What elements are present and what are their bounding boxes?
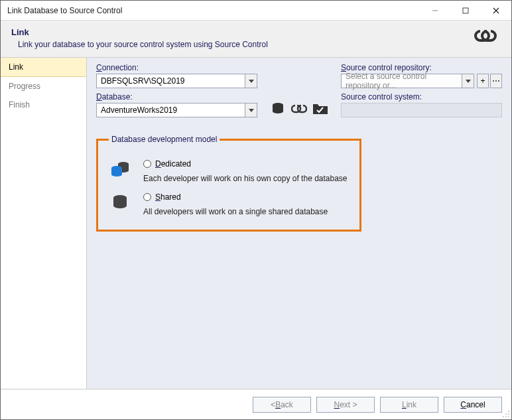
repository-dropdown-button[interactable] <box>462 74 474 88</box>
resize-grip-icon[interactable] <box>502 410 510 418</box>
maximize-button[interactable] <box>450 1 481 21</box>
system-label: Source control system: <box>341 92 502 102</box>
dedicated-db-icon <box>109 159 131 179</box>
header-text-block: Link Link your database to your source c… <box>11 27 474 49</box>
database-label: Database: <box>96 92 257 102</box>
repository-placeholder[interactable]: Select a source control repository or... <box>341 74 462 88</box>
connection-dropdown-button[interactable] <box>245 74 257 88</box>
shared-radio[interactable] <box>143 193 151 201</box>
link-indicator-icons <box>269 100 329 117</box>
link-button[interactable]: Link <box>380 397 438 413</box>
shared-desc: All developers will work on a single sha… <box>143 207 349 216</box>
connection-column: Connection: DBFSQLSRV\SQL2019 Database: … <box>96 63 257 121</box>
shared-db-icon <box>109 192 131 212</box>
database-icon <box>269 100 287 117</box>
shared-title: Shared <box>143 192 349 202</box>
dedicated-title: Dedicated <box>143 159 349 169</box>
repository-label: Source control repository: <box>341 63 502 72</box>
sidebar-item-link[interactable]: Link <box>1 58 86 77</box>
next-button[interactable]: Next > <box>316 397 375 413</box>
svg-point-13 <box>503 416 504 417</box>
body: Link Progress Finish Connection: DBFSQLS… <box>1 58 511 389</box>
repository-column: Source control repository: Select a sour… <box>341 63 502 121</box>
svg-point-8 <box>508 411 509 412</box>
connection-label: Connection: <box>96 63 257 72</box>
dedicated-desc: Each developer will work on his own copy… <box>143 174 349 183</box>
shared-body: Shared All developers will work on a sin… <box>143 192 349 216</box>
close-button[interactable] <box>481 1 511 21</box>
top-columns: Connection: DBFSQLSRV\SQL2019 Database: … <box>96 63 502 121</box>
link-icon <box>474 29 501 48</box>
repository-more-button[interactable]: ⋯ <box>490 74 502 88</box>
dedicated-body: Dedicated Each developer will work on hi… <box>143 159 349 183</box>
svg-point-12 <box>505 416 507 417</box>
svg-point-10 <box>508 416 509 417</box>
sidebar-item-progress[interactable]: Progress <box>1 77 86 96</box>
header-description: Link your database to your source contro… <box>11 40 474 49</box>
database-dropdown-button[interactable] <box>245 103 257 117</box>
titlebar: Link Database to Source Control <box>1 1 511 21</box>
shared-label: Shared <box>155 192 181 202</box>
sidebar: Link Progress Finish <box>1 58 87 389</box>
model-option-shared[interactable]: Shared All developers will work on a sin… <box>109 192 349 216</box>
dialog-window: Link Database to Source Control Link Lin… <box>0 0 512 420</box>
source-control-system-field <box>341 103 502 117</box>
folder-check-icon <box>312 100 329 117</box>
window-title: Link Database to Source Control <box>7 6 420 15</box>
development-model-legend: Database development model <box>109 135 220 144</box>
minimize-button[interactable] <box>420 1 450 21</box>
dedicated-label: Dedicated <box>155 159 191 169</box>
link-chain-icon <box>290 100 308 117</box>
sidebar-item-finish[interactable]: Finish <box>1 96 86 114</box>
connection-combo[interactable]: DBFSQLSRV\SQL2019 <box>96 74 257 88</box>
repository-combo[interactable]: Select a source control repository or...… <box>341 74 502 88</box>
footer: < Back Next > Link Cancel <box>1 389 511 419</box>
svg-point-9 <box>508 413 509 415</box>
repository-extra-buttons: + ⋯ <box>477 74 502 88</box>
svg-point-11 <box>505 413 507 415</box>
svg-rect-1 <box>463 8 468 13</box>
model-option-dedicated[interactable]: Dedicated Each developer will work on hi… <box>109 159 349 183</box>
header-title: Link <box>11 27 474 37</box>
repository-add-button[interactable]: + <box>477 74 489 88</box>
main-panel: Connection: DBFSQLSRV\SQL2019 Database: … <box>87 58 511 389</box>
header: Link Link your database to your source c… <box>1 21 511 58</box>
cancel-button[interactable]: Cancel <box>444 397 502 413</box>
development-model-group: Database development model Dedicated <box>96 139 361 232</box>
window-buttons <box>420 1 511 21</box>
database-value[interactable]: AdventureWorks2019 <box>96 103 245 117</box>
connection-value[interactable]: DBFSQLSRV\SQL2019 <box>96 74 245 88</box>
back-button[interactable]: < Back <box>253 397 311 413</box>
dedicated-radio[interactable] <box>143 160 151 168</box>
database-combo[interactable]: AdventureWorks2019 <box>96 103 257 117</box>
